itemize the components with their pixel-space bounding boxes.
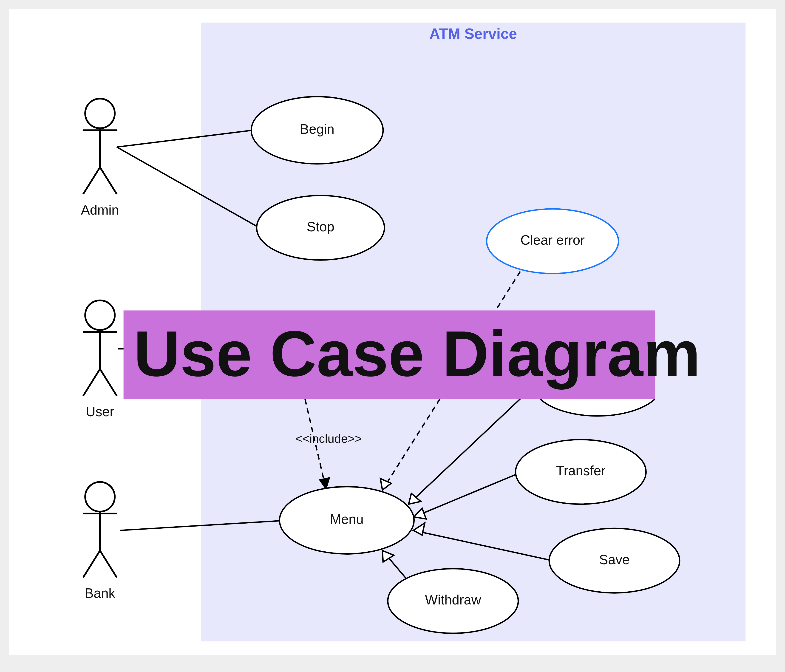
actor-bank-label: Bank xyxy=(84,586,115,600)
usecase-stop: Stop xyxy=(256,195,384,260)
actor-admin-label: Admin xyxy=(81,202,119,217)
usecase-begin: Begin xyxy=(251,97,383,164)
svg-line-10 xyxy=(83,550,100,577)
title-banner-text: Use Case Diagram xyxy=(134,317,701,390)
use-case-diagram-svg: ATM Service <<include>> Menu (open arrow… xyxy=(9,9,776,655)
usecase-clear-error-label: Clear error xyxy=(520,233,585,247)
stick-figure-icon xyxy=(85,300,115,330)
diagram-canvas: ATM Service <<include>> Menu (open arrow… xyxy=(9,9,776,655)
svg-line-6 xyxy=(83,369,100,396)
usecase-save: Save xyxy=(549,528,680,593)
usecase-transfer: Transfer xyxy=(516,439,646,504)
usecase-begin-label: Begin xyxy=(300,122,335,136)
usecase-menu: Menu xyxy=(280,487,414,554)
svg-line-7 xyxy=(100,369,117,396)
stick-figure-icon xyxy=(85,482,115,512)
svg-line-3 xyxy=(100,167,117,194)
include-label: <<include>> xyxy=(295,432,362,445)
actor-user: User xyxy=(83,300,117,419)
usecase-save-label: Save xyxy=(599,552,630,567)
actor-user-label: User xyxy=(86,404,114,419)
svg-line-2 xyxy=(83,167,100,194)
svg-line-11 xyxy=(100,550,117,577)
usecase-stop-label: Stop xyxy=(307,219,334,234)
usecase-withdraw: Withdraw xyxy=(388,569,518,633)
usecase-clear-error: Clear error xyxy=(486,209,618,273)
usecase-menu-label: Menu xyxy=(330,512,363,527)
stick-figure-icon xyxy=(85,98,115,128)
page-background: ATM Service <<include>> Menu (open arrow… xyxy=(0,0,785,672)
system-title: ATM Service xyxy=(429,25,517,42)
actor-bank: Bank xyxy=(83,482,117,600)
actor-admin: Admin xyxy=(81,98,119,217)
usecase-withdraw-label: Withdraw xyxy=(425,592,481,607)
usecase-transfer-label: Transfer xyxy=(556,463,605,478)
